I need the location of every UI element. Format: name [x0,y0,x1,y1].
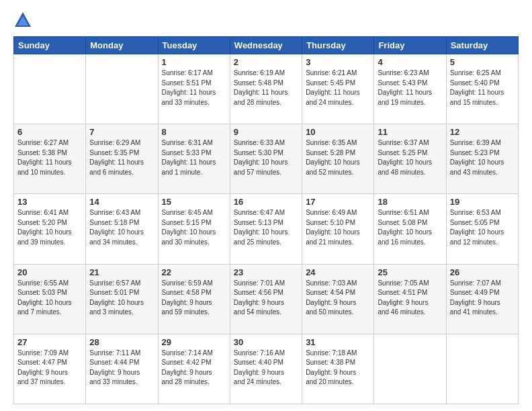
calendar-cell: 12Sunrise: 6:39 AM Sunset: 5:23 PM Dayli… [446,124,518,194]
calendar-week-1: 1Sunrise: 6:17 AM Sunset: 5:51 PM Daylig… [14,54,519,124]
calendar-cell: 29Sunrise: 7:14 AM Sunset: 4:42 PM Dayli… [158,334,230,404]
logo [13,11,35,30]
day-number: 19 [450,197,515,207]
calendar-cell: 28Sunrise: 7:11 AM Sunset: 4:44 PM Dayli… [86,334,158,404]
calendar-cell: 16Sunrise: 6:47 AM Sunset: 5:13 PM Dayli… [230,194,302,264]
calendar-cell: 25Sunrise: 7:05 AM Sunset: 4:51 PM Dayli… [374,264,446,334]
day-info: Sunrise: 6:33 AM Sunset: 5:30 PM Dayligh… [234,138,298,177]
day-info: Sunrise: 6:39 AM Sunset: 5:23 PM Dayligh… [450,138,515,177]
calendar-header: SundayMondayTuesdayWednesdayThursdayFrid… [14,37,519,54]
calendar-cell: 10Sunrise: 6:35 AM Sunset: 5:28 PM Dayli… [302,124,374,194]
calendar-cell: 24Sunrise: 7:03 AM Sunset: 4:54 PM Dayli… [302,264,374,334]
calendar-cell: 30Sunrise: 7:16 AM Sunset: 4:40 PM Dayli… [230,334,302,404]
day-number: 24 [306,267,370,277]
day-info: Sunrise: 6:29 AM Sunset: 5:35 PM Dayligh… [89,138,154,177]
calendar-week-5: 27Sunrise: 7:09 AM Sunset: 4:47 PM Dayli… [14,334,519,404]
day-number: 20 [17,267,82,277]
day-info: Sunrise: 7:14 AM Sunset: 4:42 PM Dayligh… [162,349,226,387]
day-info: Sunrise: 6:53 AM Sunset: 5:05 PM Dayligh… [450,208,515,247]
day-number: 5 [450,57,515,67]
day-info: Sunrise: 6:25 AM Sunset: 5:40 PM Dayligh… [450,68,515,107]
day-info: Sunrise: 6:51 AM Sunset: 5:08 PM Dayligh… [378,208,442,247]
day-number: 3 [306,57,370,67]
day-number: 1 [162,57,226,67]
calendar-cell [86,54,158,124]
day-info: Sunrise: 6:35 AM Sunset: 5:28 PM Dayligh… [306,138,370,177]
calendar-cell: 27Sunrise: 7:09 AM Sunset: 4:47 PM Dayli… [14,334,86,404]
day-number: 15 [162,197,226,207]
calendar-cell: 2Sunrise: 6:19 AM Sunset: 5:48 PM Daylig… [230,54,302,124]
weekday-sunday: Sunday [14,37,86,54]
day-number: 8 [162,127,226,137]
day-number: 16 [234,197,298,207]
weekday-saturday: Saturday [446,37,518,54]
day-number: 9 [234,127,298,137]
day-info: Sunrise: 6:21 AM Sunset: 5:45 PM Dayligh… [306,68,370,107]
calendar-cell: 6Sunrise: 6:27 AM Sunset: 5:38 PM Daylig… [14,124,86,194]
day-number: 25 [378,267,442,277]
weekday-wednesday: Wednesday [230,37,302,54]
calendar-cell: 17Sunrise: 6:49 AM Sunset: 5:10 PM Dayli… [302,194,374,264]
day-info: Sunrise: 6:55 AM Sunset: 5:03 PM Dayligh… [17,279,82,318]
day-number: 27 [17,337,82,347]
calendar-cell: 15Sunrise: 6:45 AM Sunset: 5:15 PM Dayli… [158,194,230,264]
day-number: 10 [306,127,370,137]
calendar-cell: 4Sunrise: 6:23 AM Sunset: 5:43 PM Daylig… [374,54,446,124]
day-info: Sunrise: 6:37 AM Sunset: 5:25 PM Dayligh… [378,138,442,177]
day-info: Sunrise: 7:03 AM Sunset: 4:54 PM Dayligh… [306,279,370,318]
calendar-cell: 26Sunrise: 7:07 AM Sunset: 4:49 PM Dayli… [446,264,518,334]
calendar-week-4: 20Sunrise: 6:55 AM Sunset: 5:03 PM Dayli… [14,264,519,334]
calendar-cell: 19Sunrise: 6:53 AM Sunset: 5:05 PM Dayli… [446,194,518,264]
calendar-cell: 13Sunrise: 6:41 AM Sunset: 5:20 PM Dayli… [14,194,86,264]
day-info: Sunrise: 6:17 AM Sunset: 5:51 PM Dayligh… [162,68,226,107]
calendar-cell: 9Sunrise: 6:33 AM Sunset: 5:30 PM Daylig… [230,124,302,194]
calendar-cell: 5Sunrise: 6:25 AM Sunset: 5:40 PM Daylig… [446,54,518,124]
day-number: 18 [378,197,442,207]
day-info: Sunrise: 6:23 AM Sunset: 5:43 PM Dayligh… [378,68,442,107]
day-info: Sunrise: 7:07 AM Sunset: 4:49 PM Dayligh… [450,279,515,318]
day-info: Sunrise: 7:11 AM Sunset: 4:44 PM Dayligh… [89,349,154,387]
calendar-cell: 1Sunrise: 6:17 AM Sunset: 5:51 PM Daylig… [158,54,230,124]
day-info: Sunrise: 7:18 AM Sunset: 4:38 PM Dayligh… [306,349,370,387]
calendar-cell: 7Sunrise: 6:29 AM Sunset: 5:35 PM Daylig… [86,124,158,194]
day-number: 4 [378,57,442,67]
day-info: Sunrise: 7:09 AM Sunset: 4:47 PM Dayligh… [17,349,82,387]
calendar-cell: 31Sunrise: 7:18 AM Sunset: 4:38 PM Dayli… [302,334,374,404]
day-info: Sunrise: 6:57 AM Sunset: 5:01 PM Dayligh… [89,279,154,318]
page: SundayMondayTuesdayWednesdayThursdayFrid… [0,0,532,411]
day-info: Sunrise: 6:45 AM Sunset: 5:15 PM Dayligh… [162,208,226,247]
day-number: 26 [450,267,515,277]
weekday-thursday: Thursday [302,37,374,54]
weekday-header-row: SundayMondayTuesdayWednesdayThursdayFrid… [14,37,519,54]
day-number: 21 [89,267,154,277]
day-number: 6 [17,127,82,137]
day-info: Sunrise: 6:49 AM Sunset: 5:10 PM Dayligh… [306,208,370,247]
calendar-cell [446,334,518,404]
day-number: 31 [306,337,370,347]
day-number: 30 [234,337,298,347]
weekday-monday: Monday [86,37,158,54]
weekday-tuesday: Tuesday [158,37,230,54]
calendar-cell: 22Sunrise: 6:59 AM Sunset: 4:58 PM Dayli… [158,264,230,334]
calendar-cell: 23Sunrise: 7:01 AM Sunset: 4:56 PM Dayli… [230,264,302,334]
day-number: 12 [450,127,515,137]
calendar-week-2: 6Sunrise: 6:27 AM Sunset: 5:38 PM Daylig… [14,124,519,194]
calendar-cell: 14Sunrise: 6:43 AM Sunset: 5:18 PM Dayli… [86,194,158,264]
calendar-table: SundayMondayTuesdayWednesdayThursdayFrid… [13,36,519,404]
day-info: Sunrise: 6:19 AM Sunset: 5:48 PM Dayligh… [234,68,298,107]
calendar-cell: 3Sunrise: 6:21 AM Sunset: 5:45 PM Daylig… [302,54,374,124]
calendar-cell: 11Sunrise: 6:37 AM Sunset: 5:25 PM Dayli… [374,124,446,194]
day-info: Sunrise: 6:31 AM Sunset: 5:33 PM Dayligh… [162,138,226,177]
day-number: 29 [162,337,226,347]
day-number: 14 [89,197,154,207]
day-number: 7 [89,127,154,137]
day-number: 13 [17,197,82,207]
day-info: Sunrise: 7:05 AM Sunset: 4:51 PM Dayligh… [378,279,442,318]
calendar-cell [374,334,446,404]
day-info: Sunrise: 6:27 AM Sunset: 5:38 PM Dayligh… [17,138,82,177]
day-info: Sunrise: 6:43 AM Sunset: 5:18 PM Dayligh… [89,208,154,247]
logo-icon [13,11,32,30]
weekday-friday: Friday [374,37,446,54]
day-number: 17 [306,197,370,207]
day-info: Sunrise: 6:41 AM Sunset: 5:20 PM Dayligh… [17,208,82,247]
